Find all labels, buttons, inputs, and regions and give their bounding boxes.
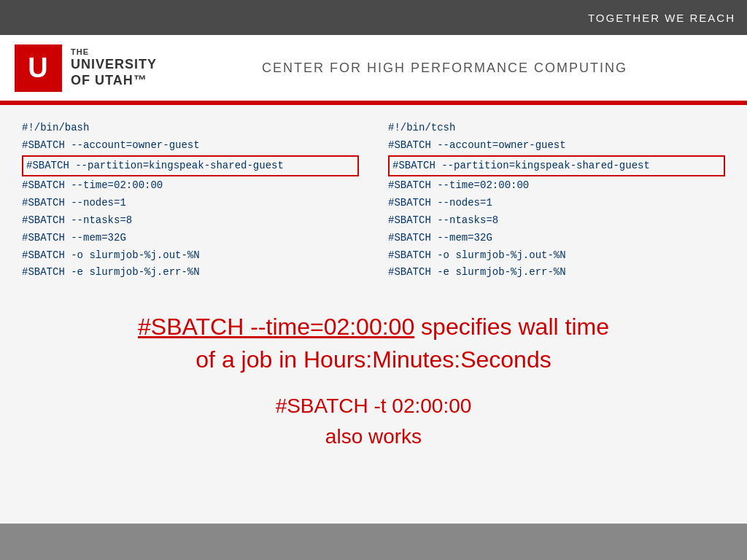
annotation-rest: specifies wall time xyxy=(414,314,609,340)
annotation-main-text: #SBATCH --time=02:00:00 specifies wall t… xyxy=(22,311,725,376)
univ-state-label: OF UTAH™ xyxy=(71,73,157,89)
code-line: #SBATCH --nodes=1 xyxy=(22,195,359,212)
svg-text:U: U xyxy=(28,52,47,83)
logo-area: U THE UNIVERSITY OF UTAH™ xyxy=(0,44,157,92)
code-line: #SBATCH -e slurmjob-%j.err-%N xyxy=(388,264,725,281)
university-logo: U xyxy=(15,44,62,92)
code-line: #SBATCH -o slurmjob-%j.out-%N xyxy=(22,247,359,265)
main-content: #!/bin/bash#SBATCH --account=owner-guest… xyxy=(0,105,747,524)
code-line: #!/bin/bash xyxy=(22,120,359,137)
left-code-block: #!/bin/bash#SBATCH --account=owner-guest… xyxy=(22,120,359,281)
annotation-underline: #SBATCH --time=02:00:00 xyxy=(138,314,414,340)
header: U THE UNIVERSITY OF UTAH™ CENTER FOR HIG… xyxy=(0,35,747,101)
tagline: TOGETHER WE REACH xyxy=(588,12,735,24)
univ-name-label: UNIVERSITY xyxy=(71,57,157,73)
code-line: #!/bin/tcsh xyxy=(388,120,725,137)
footer xyxy=(0,524,747,560)
university-name: THE UNIVERSITY OF UTAH™ xyxy=(71,47,157,88)
annotation-line2: of a job in Hours:Minutes:Seconds xyxy=(196,346,551,373)
annotation-area: #SBATCH --time=02:00:00 specifies wall t… xyxy=(22,311,725,452)
top-bar: TOGETHER WE REACH xyxy=(0,0,747,35)
code-line: #SBATCH --account=owner-guest xyxy=(22,137,359,155)
code-line: #SBATCH --nodes=1 xyxy=(388,195,725,212)
right-code-block: #!/bin/tcsh#SBATCH --account=owner-guest… xyxy=(388,120,725,281)
annotation-secondary-text: #SBATCH -t 02:00:00 also works xyxy=(22,391,725,452)
univ-the-label: THE xyxy=(71,47,157,57)
code-line: #SBATCH --time=02:00:00 xyxy=(22,177,359,195)
annotation-line4: also works xyxy=(325,425,422,448)
code-line: #SBATCH --ntasks=8 xyxy=(22,212,359,230)
code-line: #SBATCH --mem=32G xyxy=(22,230,359,247)
code-line: #SBATCH -e slurmjob-%j.err-%N xyxy=(22,264,359,281)
code-line: #SBATCH --ntasks=8 xyxy=(388,212,725,230)
annotation-line3: #SBATCH -t 02:00:00 xyxy=(276,394,472,417)
code-line: #SBATCH --partition=kingspeak-shared-gue… xyxy=(388,155,725,177)
code-columns: #!/bin/bash#SBATCH --account=owner-guest… xyxy=(22,120,725,281)
code-line: #SBATCH --account=owner-guest xyxy=(388,137,725,155)
code-line: #SBATCH --mem=32G xyxy=(388,230,725,247)
code-line: #SBATCH --time=02:00:00 xyxy=(388,177,725,195)
center-title: CENTER FOR HIGH PERFORMANCE COMPUTING xyxy=(157,61,747,76)
code-line: #SBATCH --partition=kingspeak-shared-gue… xyxy=(22,155,359,177)
code-line: #SBATCH -o slurmjob-%j.out-%N xyxy=(388,247,725,265)
